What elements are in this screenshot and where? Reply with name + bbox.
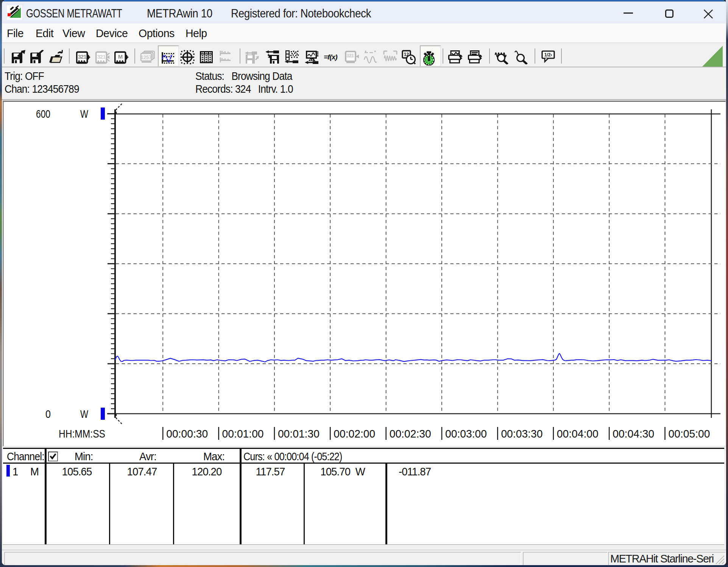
svg-text:00:03:30: 00:03:30 <box>501 427 542 440</box>
svg-text:00:02:00: 00:02:00 <box>334 427 375 440</box>
svg-text:00:01:30: 00:01:30 <box>278 427 320 440</box>
svg-text:00:00:30: 00:00:30 <box>166 427 208 440</box>
svg-text:00:02:30: 00:02:30 <box>390 427 431 440</box>
svg-text:00:03:00: 00:03:00 <box>445 427 487 440</box>
svg-text:00:04:30: 00:04:30 <box>613 427 654 440</box>
svg-text:600: 600 <box>36 107 50 120</box>
svg-text:W: W <box>80 408 88 420</box>
svg-text:00:05:00: 00:05:00 <box>669 427 710 440</box>
svg-text:W: W <box>80 107 88 120</box>
svg-text:HH:MM:SS: HH:MM:SS <box>59 427 105 440</box>
svg-text:00:01:00: 00:01:00 <box>222 427 264 440</box>
svg-text:00:04:00: 00:04:00 <box>557 427 599 440</box>
svg-text:0: 0 <box>45 408 51 420</box>
